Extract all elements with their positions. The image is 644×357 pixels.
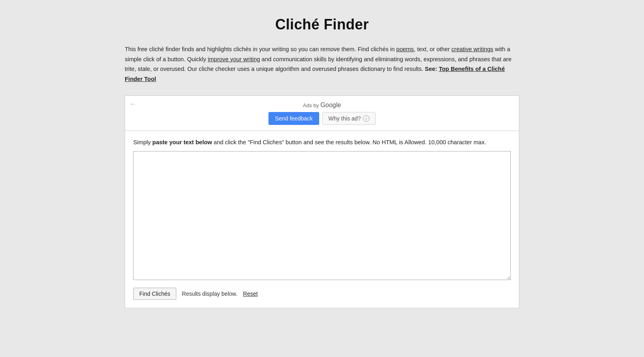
main-content-box: Simply paste your text below and click t…	[125, 131, 519, 308]
instruction-bold: paste your text below	[153, 139, 212, 145]
improve-writing-link[interactable]: improve your writing	[208, 56, 260, 62]
why-this-ad-label: Why this ad?	[328, 115, 361, 122]
instruction-text: Simply paste your text below and click t…	[133, 139, 511, 145]
creative-writings-link[interactable]: creative writings	[452, 46, 493, 52]
send-feedback-button[interactable]: Send feedback	[268, 112, 319, 125]
poems-link[interactable]: poems	[396, 46, 414, 52]
ad-container: ← Ads by Google Send feedback Why this a…	[125, 95, 519, 131]
instruction-suffix: and click the "Find Cliches" button and …	[212, 139, 486, 145]
back-arrow-icon[interactable]: ←	[130, 101, 136, 107]
reset-link[interactable]: Reset	[243, 291, 258, 297]
info-icon: i	[363, 115, 369, 122]
ads-label: Ads by	[303, 102, 320, 108]
ad-buttons-row: Send feedback Why this ad? i	[132, 112, 512, 125]
top-benefits-link[interactable]: Top Benefits of a Cliché Finder Tool	[125, 66, 505, 82]
text-input[interactable]	[133, 151, 511, 280]
ads-by-google-label: Ads by Google	[132, 102, 512, 109]
description-text: This free cliché finder finds and highli…	[125, 44, 519, 84]
instruction-prefix: Simply	[133, 139, 153, 145]
find-cliches-button[interactable]: Find Clichés	[133, 288, 176, 300]
results-display-text: Results display below.	[182, 291, 237, 297]
why-this-ad-button[interactable]: Why this ad? i	[322, 112, 376, 125]
bottom-controls: Find Clichés Results display below. Rese…	[133, 288, 511, 300]
google-brand-text: Google	[320, 102, 341, 108]
page-title: Cliché Finder	[125, 16, 519, 33]
